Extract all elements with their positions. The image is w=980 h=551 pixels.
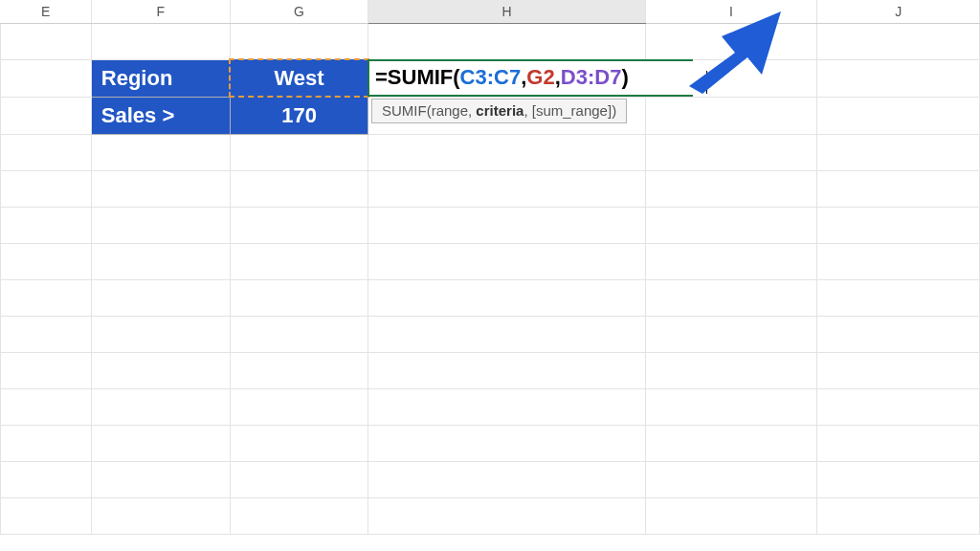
- cell-I10[interactable]: [645, 353, 817, 389]
- cell-I6[interactable]: [645, 208, 817, 244]
- cell-F14[interactable]: [91, 498, 230, 535]
- cell-E14[interactable]: [1, 498, 92, 535]
- cell-I4[interactable]: [645, 135, 817, 171]
- cell-J4[interactable]: [817, 135, 980, 171]
- spreadsheet-grid[interactable]: E F G H I J Region West =SUMIF(C3:C7,G2,…: [0, 0, 980, 535]
- cell-F5[interactable]: [91, 171, 230, 208]
- cell-E8[interactable]: [1, 280, 92, 317]
- cell-G4[interactable]: [230, 135, 368, 171]
- cell-I11[interactable]: [645, 389, 817, 426]
- cell-F10[interactable]: [91, 353, 230, 389]
- cell-J1[interactable]: [817, 23, 980, 59]
- cell-J8[interactable]: [817, 280, 980, 317]
- cell-J2[interactable]: [817, 59, 980, 97]
- cell-H5[interactable]: [368, 171, 645, 208]
- cell-F7[interactable]: [91, 244, 230, 280]
- cell-J13[interactable]: [817, 462, 980, 498]
- cell-F13[interactable]: [91, 462, 230, 498]
- cell-E11[interactable]: [1, 389, 92, 426]
- cell-F6[interactable]: [91, 208, 230, 244]
- cell-G1[interactable]: [230, 23, 368, 59]
- cell-H11[interactable]: [368, 389, 645, 426]
- formula-editor[interactable]: =SUMIF(C3:C7,G2,D3:D7): [368, 59, 693, 97]
- region-label-cell[interactable]: Region: [91, 59, 230, 97]
- formula-tooltip: SUMIF(range, criteria, [sum_range]): [371, 99, 627, 123]
- cell-I8[interactable]: [645, 280, 817, 317]
- colhdr-G[interactable]: G: [230, 0, 368, 23]
- sales-value-cell[interactable]: 170: [230, 97, 368, 135]
- cell-G13[interactable]: [230, 462, 368, 498]
- cell-E10[interactable]: [1, 353, 92, 389]
- sales-label-cell[interactable]: Sales >: [91, 97, 230, 135]
- cell-H9[interactable]: [368, 317, 645, 353]
- cell-H12[interactable]: [368, 426, 645, 462]
- formula-prefix: =: [375, 65, 388, 90]
- cell-I5[interactable]: [645, 171, 817, 208]
- cell-G12[interactable]: [230, 426, 368, 462]
- cell-F1[interactable]: [91, 23, 230, 59]
- cell-J10[interactable]: [817, 353, 980, 389]
- cell-F11[interactable]: [91, 389, 230, 426]
- cell-E9[interactable]: [1, 317, 92, 353]
- cell-I9[interactable]: [645, 317, 817, 353]
- cell-F12[interactable]: [91, 426, 230, 462]
- cell-F4[interactable]: [91, 135, 230, 171]
- cell-H10[interactable]: [368, 353, 645, 389]
- cell-E6[interactable]: [1, 208, 92, 244]
- cell-E7[interactable]: [1, 244, 92, 280]
- cell-E2[interactable]: [1, 59, 92, 97]
- cell-E1[interactable]: [1, 23, 92, 59]
- tooltip-p1: range: [432, 102, 468, 119]
- cell-J3[interactable]: [817, 97, 980, 135]
- cell-F8[interactable]: [91, 280, 230, 317]
- cell-I13[interactable]: [645, 462, 817, 498]
- cell-I1[interactable]: [645, 23, 817, 59]
- cell-H13[interactable]: [368, 462, 645, 498]
- cell-J9[interactable]: [817, 317, 980, 353]
- tooltip-p2: criteria: [476, 102, 523, 119]
- cell-I7[interactable]: [645, 244, 817, 280]
- cell-G10[interactable]: [230, 353, 368, 389]
- tooltip-p3: [sum_range]: [532, 102, 612, 119]
- cell-J5[interactable]: [817, 171, 980, 208]
- cell-F9[interactable]: [91, 317, 230, 353]
- tooltip-fn: SUMIF: [382, 102, 427, 119]
- cell-G5[interactable]: [230, 171, 368, 208]
- colhdr-F[interactable]: F: [91, 0, 230, 23]
- formula-arg3: D3:D7: [561, 65, 622, 90]
- cell-E13[interactable]: [1, 462, 92, 498]
- cell-G11[interactable]: [230, 389, 368, 426]
- cell-G8[interactable]: [230, 280, 368, 317]
- cell-H4[interactable]: [368, 135, 645, 171]
- cell-I3[interactable]: [645, 97, 817, 135]
- cell-E12[interactable]: [1, 426, 92, 462]
- cell-G7[interactable]: [230, 244, 368, 280]
- cell-E4[interactable]: [1, 135, 92, 171]
- cell-H7[interactable]: [368, 244, 645, 280]
- cell-E3[interactable]: [1, 97, 92, 135]
- cell-J11[interactable]: [817, 389, 980, 426]
- cell-G14[interactable]: [230, 498, 368, 535]
- cell-E5[interactable]: [1, 171, 92, 208]
- cell-I12[interactable]: [645, 426, 817, 462]
- cell-J14[interactable]: [817, 498, 980, 535]
- cell-G9[interactable]: [230, 317, 368, 353]
- cell-H1[interactable]: [368, 23, 645, 59]
- cell-H8[interactable]: [368, 280, 645, 317]
- colhdr-E[interactable]: E: [1, 0, 92, 23]
- cell-J6[interactable]: [817, 208, 980, 244]
- formula-open: (: [453, 65, 459, 90]
- text-cursor-icon: [706, 71, 707, 94]
- cell-H6[interactable]: [368, 208, 645, 244]
- column-header-row: E F G H I J: [1, 0, 980, 23]
- cell-J7[interactable]: [817, 244, 980, 280]
- cell-I14[interactable]: [645, 498, 817, 535]
- cell-H14[interactable]: [368, 498, 645, 535]
- colhdr-I[interactable]: I: [645, 0, 817, 23]
- colhdr-J[interactable]: J: [817, 0, 980, 23]
- formula-cell[interactable]: =SUMIF(C3:C7,G2,D3:D7) SUMIF(range, crit…: [368, 59, 645, 97]
- region-value-cell[interactable]: West: [230, 59, 368, 97]
- cell-J12[interactable]: [817, 426, 980, 462]
- colhdr-H[interactable]: H: [368, 0, 645, 23]
- cell-G6[interactable]: [230, 208, 368, 244]
